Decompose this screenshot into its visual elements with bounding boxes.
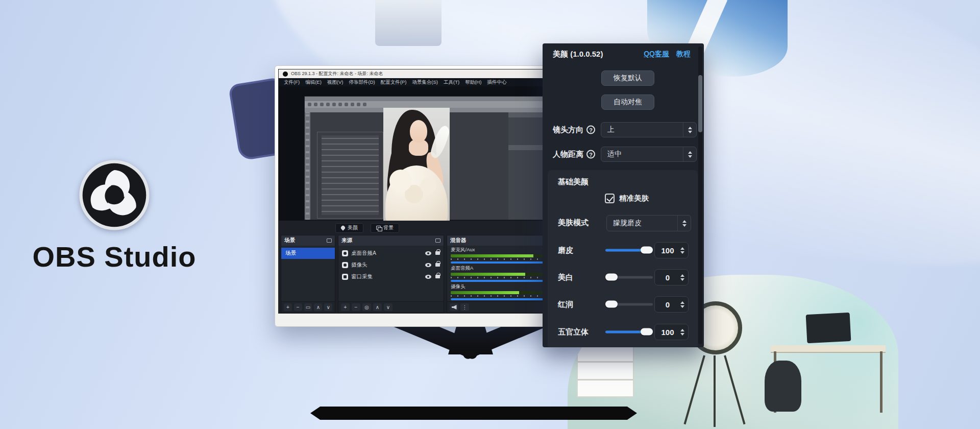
tripod-leg-shape <box>714 355 716 427</box>
dock-popout-icon[interactable] <box>435 239 440 243</box>
source-down-button[interactable]: ∨ <box>384 303 393 311</box>
select-spinner-icon[interactable] <box>683 147 696 161</box>
volume-slider[interactable] <box>451 280 554 282</box>
level-meter <box>451 273 554 276</box>
whitening-label: 美白 <box>558 273 573 282</box>
panel-scrollbar[interactable] <box>698 46 702 344</box>
restore-defaults-button[interactable]: 恢复默认 <box>601 70 654 86</box>
lens-direction-label: 镜头方向 <box>553 125 583 135</box>
scene-filters-button[interactable]: ▭ <box>304 303 312 311</box>
facial-3d-slider-row: 五官立体 100 <box>548 323 698 341</box>
dress-ruffle-shape <box>389 170 412 192</box>
remove-source-button[interactable]: − <box>352 303 360 311</box>
add-scene-button[interactable]: + <box>284 303 292 311</box>
scene-up-button[interactable]: ∧ <box>314 303 322 311</box>
beauty-toolbar-button[interactable]: 美颜 <box>335 223 363 233</box>
dock-popout-icon[interactable] <box>327 239 332 243</box>
mixer-channel: 摄像头 <box>451 283 554 300</box>
obs-window: OBS 29.1.3 - 配置文件: 未命名 - 场景: 未命名 文件(F) 编… <box>278 69 558 314</box>
menu-help[interactable]: 帮助(H) <box>465 79 481 86</box>
menu-docks[interactable]: 停靠部件(D) <box>349 79 375 86</box>
menu-view[interactable]: 视图(V) <box>327 79 344 86</box>
menu-edit[interactable]: 编辑(E) <box>305 79 322 86</box>
rosy-value-box[interactable]: 0 <box>654 296 689 313</box>
obs-app-icon <box>283 72 288 77</box>
ps-canvas <box>305 112 544 220</box>
source-properties-button[interactable]: ◎ <box>362 303 371 311</box>
ps-layers-panel <box>317 132 383 219</box>
menu-scene-collection[interactable]: 场景集合(S) <box>412 79 438 86</box>
mixer-options-button[interactable]: ⋮ <box>460 303 469 311</box>
menu-profile[interactable]: 配置文件(P) <box>381 79 407 86</box>
value-spinner-icon[interactable] <box>680 301 688 308</box>
lock-icon[interactable] <box>435 251 440 255</box>
tutorial-link[interactable]: 教程 <box>676 50 691 59</box>
sources-toolbar: + − ◎ ∧ ∨ <box>338 301 444 313</box>
whitening-value-box[interactable]: 0 <box>654 269 689 285</box>
ps-tool-strip <box>305 112 310 220</box>
slider-handle[interactable] <box>605 301 618 308</box>
obs-titlebar: OBS 29.1.3 - 配置文件: 未命名 - 场景: 未命名 <box>279 69 557 78</box>
mixer-channel: 麦克风/Aux <box>451 247 554 264</box>
smoothing-value-box[interactable]: 100 <box>654 242 689 258</box>
source-up-button[interactable]: ∧ <box>373 303 382 311</box>
whitening-slider-row: 美白 0 <box>548 269 698 286</box>
lock-icon[interactable] <box>435 275 440 278</box>
value-spinner-icon[interactable] <box>680 329 688 336</box>
facial-3d-label: 五官立体 <box>558 327 589 337</box>
remove-scene-button[interactable]: − <box>294 303 302 311</box>
lens-direction-select[interactable]: 上 <box>601 122 697 137</box>
facial-3d-value-box[interactable]: 100 <box>654 324 689 340</box>
menu-plugin-center[interactable]: 插件中心 <box>487 79 506 86</box>
help-icon[interactable]: ? <box>586 126 595 134</box>
monitor-stand-base <box>310 407 637 420</box>
menu-tools[interactable]: 工具(T) <box>444 79 459 86</box>
select-spinner-icon[interactable] <box>677 216 691 231</box>
pin-icon <box>340 225 346 230</box>
source-item[interactable]: 窗口采集 <box>338 271 444 282</box>
value-spinner-icon[interactable] <box>680 274 688 281</box>
tripod-leg-shape <box>683 355 705 424</box>
precise-skin-checkbox[interactable] <box>605 194 615 203</box>
captured-photoshop-window <box>304 96 544 220</box>
volume-slider[interactable] <box>451 261 554 264</box>
person-distance-select[interactable]: 适中 <box>601 147 697 162</box>
smoothing-slider-row: 磨皮 100 <box>548 242 698 259</box>
scene-item-selected[interactable]: 场景 <box>281 248 335 259</box>
slider-handle[interactable] <box>641 247 653 254</box>
volume-slider[interactable] <box>451 298 554 300</box>
beauty-filter-panel: 美颜 (1.0.0.52) QQ客服 教程 恢复默认 自动对焦 镜头方向 ? 上… <box>543 43 704 347</box>
rosy-slider[interactable] <box>605 303 653 306</box>
scenes-dock-header: 场景 <box>281 235 335 246</box>
mixer-dock-header: 混音器 <box>447 235 558 246</box>
skin-mode-select[interactable]: 朦胧磨皮 <box>606 215 691 231</box>
visibility-eye-icon[interactable] <box>425 251 431 255</box>
slider-handle[interactable] <box>605 274 618 281</box>
visibility-eye-icon[interactable] <box>425 263 431 267</box>
obs-preview-area <box>279 86 558 221</box>
help-icon[interactable]: ? <box>586 150 595 159</box>
slider-handle[interactable] <box>641 328 653 336</box>
background-toolbar-button[interactable]: 背景 <box>371 223 399 233</box>
smoothing-slider[interactable] <box>605 249 653 252</box>
laptop-shape <box>806 313 851 343</box>
qq-support-link[interactable]: QQ客服 <box>644 50 669 59</box>
source-item[interactable]: 摄像头 <box>338 259 444 270</box>
whitening-slider[interactable] <box>605 276 653 279</box>
mixer-channel: 桌面音频A <box>451 265 554 282</box>
toolbar-button-label: 背景 <box>383 224 394 231</box>
speaker-button[interactable] <box>450 303 458 311</box>
facial-3d-slider[interactable] <box>605 331 653 333</box>
autofocus-button[interactable]: 自动对焦 <box>601 94 654 110</box>
portrait-photo <box>383 108 450 221</box>
select-spinner-icon[interactable] <box>683 123 696 137</box>
value-spinner-icon[interactable] <box>680 247 688 254</box>
lock-icon[interactable] <box>435 263 440 267</box>
menu-file[interactable]: 文件(F) <box>284 79 300 86</box>
scrollbar-thumb[interactable] <box>698 75 702 132</box>
add-source-button[interactable]: + <box>341 303 350 311</box>
scene-down-button[interactable]: ∨ <box>324 303 332 311</box>
smoothing-label: 磨皮 <box>558 246 573 255</box>
source-item[interactable]: 桌面音频A <box>338 248 444 258</box>
visibility-eye-icon[interactable] <box>425 275 431 279</box>
